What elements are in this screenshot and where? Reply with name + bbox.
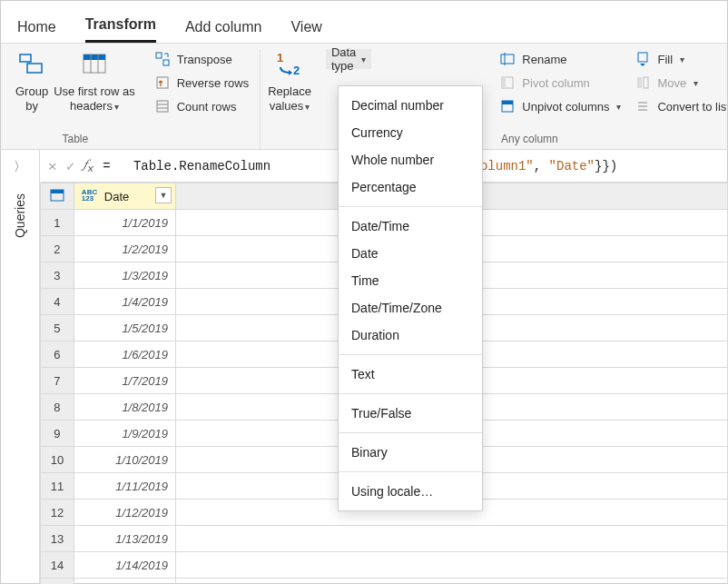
cell-date[interactable]: 1/11/2019 xyxy=(74,473,175,500)
menu-currency[interactable]: Currency xyxy=(339,119,482,146)
menu-percentage[interactable]: Percentage xyxy=(339,173,482,201)
cancel-formula-icon[interactable]: ✕ xyxy=(48,157,57,175)
fill-button[interactable]: Fill▾ xyxy=(630,49,728,69)
menu-using-locale[interactable]: Using locale… xyxy=(339,478,482,505)
row-number[interactable]: 8 xyxy=(41,394,74,421)
cell-date[interactable]: 1/3/2019 xyxy=(74,262,175,289)
row-number[interactable]: 5 xyxy=(41,315,74,341)
group-label-anycol: Any column xyxy=(501,131,558,149)
menu-decimal-number[interactable]: Decimal number xyxy=(339,92,482,119)
row-number[interactable]: 2 xyxy=(41,236,74,262)
unpivot-icon xyxy=(498,98,516,114)
column-header-date[interactable]: ABC 123 Date ▼ xyxy=(74,183,175,210)
menu-date-time[interactable]: Date/Time xyxy=(339,213,482,240)
move-button: Move▾ xyxy=(630,73,728,93)
cell-date[interactable]: 1/10/2019 xyxy=(74,447,175,473)
svg-rect-22 xyxy=(644,77,648,88)
reverse-rows-label: Reverse rows xyxy=(177,76,249,90)
accept-formula-icon[interactable]: ✓ xyxy=(66,157,75,175)
tab-home[interactable]: Home xyxy=(17,19,56,43)
menu-true-false[interactable]: True/False xyxy=(339,400,482,427)
tab-view[interactable]: View xyxy=(290,19,321,43)
cell-blank xyxy=(176,526,728,552)
menu-text[interactable]: Text xyxy=(339,361,482,388)
group-label-table: Table xyxy=(63,131,89,149)
cell-date[interactable]: 1/1/2019 xyxy=(74,210,175,236)
svg-rect-27 xyxy=(51,190,64,193)
cell-date[interactable]: 1/8/2019 xyxy=(74,394,175,421)
cell-date[interactable]: 1/2/2019 xyxy=(74,236,175,262)
pivot-column-button: Pivot column xyxy=(495,73,625,93)
cell-date[interactable]: 1/13/2019 xyxy=(74,526,175,552)
tab-add-column[interactable]: Add column xyxy=(185,19,262,43)
data-type-label: Data type xyxy=(331,45,356,73)
replace-values-icon: 1 2 xyxy=(273,51,306,76)
fx-icon[interactable]: 𝑓x xyxy=(84,157,93,175)
group-by-icon xyxy=(18,51,45,76)
tab-bar: Home Transform Add column View xyxy=(1,1,727,43)
table-row[interactable]: 141/14/2019 xyxy=(41,552,728,579)
data-type-button[interactable]: Data type ▾ xyxy=(326,49,371,69)
menu-date[interactable]: Date xyxy=(339,240,482,267)
fill-label: Fill xyxy=(657,53,673,66)
menu-date-time-zone[interactable]: Date/Time/Zone xyxy=(339,294,482,322)
group-by-button[interactable]: Group by xyxy=(15,49,48,113)
row-number[interactable]: 13 xyxy=(41,526,74,552)
menu-whole-number[interactable]: Whole number xyxy=(339,146,482,173)
cell-date[interactable]: 1/15/2019 xyxy=(74,579,175,585)
use-first-row-button[interactable]: Use first row as headers▾ xyxy=(54,49,135,113)
corner-cell[interactable] xyxy=(41,183,74,210)
column-type-icon[interactable]: ABC 123 xyxy=(82,190,97,202)
svg-rect-9 xyxy=(157,101,168,112)
count-rows-button[interactable]: Count rows xyxy=(150,96,252,116)
menu-time[interactable]: Time xyxy=(339,267,482,294)
cell-date[interactable]: 1/9/2019 xyxy=(74,421,175,447)
count-rows-label: Count rows xyxy=(177,100,237,114)
row-number[interactable]: 9 xyxy=(41,421,74,447)
replace-values-button[interactable]: 1 2 Replace values▾ xyxy=(268,49,311,113)
convert-list-icon xyxy=(634,98,652,114)
pivot-icon xyxy=(498,74,516,91)
cell-date[interactable]: 1/7/2019 xyxy=(74,368,175,394)
menu-binary[interactable]: Binary xyxy=(339,439,482,466)
column-header-label: Date xyxy=(104,190,129,203)
group-table-right: Transpose Reverse rows Count rows xyxy=(143,49,261,149)
use-first-row-icon xyxy=(81,51,108,76)
row-number[interactable]: 14 xyxy=(41,552,74,579)
move-icon xyxy=(634,74,652,91)
transpose-button[interactable]: Transpose xyxy=(150,49,252,69)
tab-transform[interactable]: Transform xyxy=(85,16,156,43)
queries-label: Queries xyxy=(13,193,27,238)
rename-button[interactable]: Rename xyxy=(495,49,625,69)
row-number[interactable]: 7 xyxy=(41,368,74,394)
row-number[interactable]: 1 xyxy=(41,210,74,236)
replace-values-label: Replace values▾ xyxy=(268,84,311,113)
row-number[interactable]: 15 xyxy=(41,579,74,585)
cell-date[interactable]: 1/5/2019 xyxy=(74,315,175,341)
svg-text:1: 1 xyxy=(277,51,283,64)
cell-date[interactable]: 1/4/2019 xyxy=(74,289,175,315)
reverse-rows-button[interactable]: Reverse rows xyxy=(150,73,252,93)
row-number[interactable]: 10 xyxy=(41,447,74,473)
queries-sidebar: 〉 Queries xyxy=(0,150,40,584)
row-number[interactable]: 3 xyxy=(41,262,74,289)
table-row[interactable]: 131/13/2019 xyxy=(41,526,728,552)
pivot-column-label: Pivot column xyxy=(522,76,589,90)
unpivot-columns-button[interactable]: Unpivot columns▾ xyxy=(495,96,625,116)
column-filter-dropdown[interactable]: ▼ xyxy=(155,187,172,203)
reverse-rows-icon xyxy=(153,74,172,91)
cell-date[interactable]: 1/12/2019 xyxy=(74,500,175,526)
svg-rect-6 xyxy=(156,53,162,58)
cell-date[interactable]: 1/6/2019 xyxy=(74,341,175,368)
table-row[interactable]: 151/15/2019 xyxy=(41,579,728,585)
row-number[interactable]: 11 xyxy=(41,473,74,500)
row-number[interactable]: 4 xyxy=(41,289,74,315)
convert-to-list-button[interactable]: Convert to list xyxy=(630,96,728,116)
svg-rect-0 xyxy=(20,54,31,62)
cell-date[interactable]: 1/14/2019 xyxy=(74,552,175,579)
row-number[interactable]: 6 xyxy=(41,341,74,368)
expand-sidebar-icon[interactable]: 〉 xyxy=(14,159,26,175)
menu-duration[interactable]: Duration xyxy=(339,322,482,349)
svg-rect-19 xyxy=(502,101,513,104)
row-number[interactable]: 12 xyxy=(41,500,74,526)
